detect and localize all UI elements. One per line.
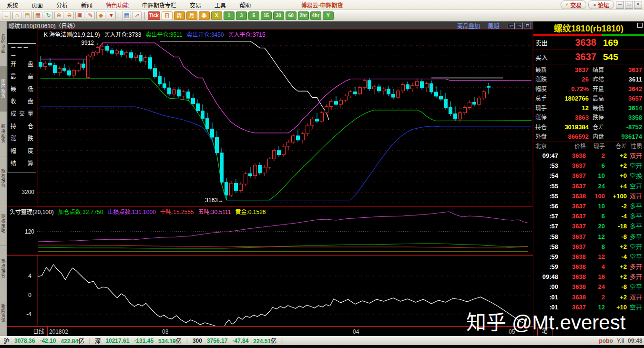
tick-row[interactable]: :58363712-8多平 (533, 232, 644, 242)
indicator-value: 十吨:15.2555 (160, 209, 194, 215)
menu-item-特色功能[interactable]: 特色功能 (99, 1, 135, 9)
trade-button[interactable]: ⚡交易 (561, 0, 587, 9)
stat-cell: 3863 (552, 113, 589, 123)
period-button-月[interactable]: 月 (186, 11, 197, 20)
alert-icon[interactable]: ◆ (96, 11, 105, 20)
menu-item-新闻[interactable]: 新闻 (74, 1, 99, 9)
tick-row[interactable]: :5836378+2空开 (533, 242, 644, 252)
menu-item-工具[interactable]: 工具 (208, 1, 233, 9)
tick-row[interactable]: :59363812-4空平 (533, 252, 644, 262)
snapshot-icon[interactable]: ▦ (33, 11, 42, 20)
stat-cell: 3614 (606, 103, 642, 113)
period-button-2hr[interactable]: 2hr (298, 11, 309, 20)
overlay-link[interactable]: 商品叠加 (457, 21, 480, 30)
side-tab-期权报价[interactable]: 期权报价 (0, 156, 7, 201)
side-tab-股指期货[interactable]: 股指期货 (0, 112, 7, 156)
stat-cell: 内盘 (589, 132, 606, 142)
period-button-1[interactable]: 1 (224, 11, 235, 20)
period-button-周[interactable]: 周 (174, 11, 185, 20)
overlay-icon[interactable]: ▣ (75, 11, 84, 20)
tick-row[interactable]: :5336376+2空开 (533, 161, 644, 171)
side-tab-热点排名[interactable]: 热点排名 (0, 246, 7, 291)
side-tab-国内期货[interactable]: 国内期货 (0, 66, 7, 111)
oscillator-chart[interactable]: 40-4 (7, 256, 533, 326)
menu-item-页面[interactable]: 页面 (25, 1, 50, 9)
side-tab-新闻资讯[interactable]: 新闻资讯 (0, 291, 7, 336)
stat-cell: 最高 (589, 94, 606, 103)
menu-item-交易[interactable]: 交易 (183, 1, 208, 9)
period-button-4hr[interactable]: 4hr (310, 11, 321, 20)
next-icon[interactable]: ⇨ (516, 23, 523, 29)
candlestick-chart[interactable]: 3912→3163→33003200 (7, 29, 533, 206)
x-tick: 201802 (49, 328, 68, 335)
stat-cell: 持仓 (535, 123, 552, 132)
tick-row[interactable]: :55363724+4空开 (533, 181, 644, 191)
tick-row[interactable]: :5736376-4多平 (533, 211, 644, 221)
period-button-X[interactable]: X (211, 11, 222, 20)
period-button-Y[interactable]: Y (323, 11, 334, 20)
period-button-15[interactable]: 15 (261, 11, 272, 20)
info-row-成交量: 成交量 (10, 107, 33, 119)
stat-cell: 涨停 (535, 113, 552, 123)
bid-row[interactable]: 买入 3637 545 (533, 50, 644, 64)
refresh-icon[interactable]: ↻ (44, 11, 53, 20)
side-tab-我的页面[interactable]: 我的页面 (0, 21, 7, 66)
period-button-季[interactable]: 季 (199, 11, 210, 20)
tick-row[interactable]: 09:4736382+2双开 (533, 151, 644, 161)
period-button-日[interactable]: 日 (162, 11, 173, 20)
period-button-Tick[interactable]: Tick (148, 11, 160, 20)
tick-row[interactable]: :54363710+0空换 (533, 171, 644, 181)
info-row-持仓: 持仓 (10, 119, 33, 132)
period-link[interactable]: 周期 (488, 21, 499, 30)
watermark: 知乎 @Mt.everest (466, 306, 625, 335)
period-button-5[interactable]: 5 (248, 11, 259, 20)
filter-icon[interactable]: ▼ (107, 11, 116, 20)
tick-row[interactable]: :0136382+2双开 (533, 292, 644, 302)
position-indicator-pane[interactable]: 头寸整理(20,100)加仓点数:32.7750止损点数:131.1000十吨:… (7, 207, 533, 255)
minimize-icon[interactable]: — (616, 1, 624, 9)
period-button-30[interactable]: 30 (273, 11, 284, 20)
tick-row[interactable]: :56363710-2多平 (533, 201, 644, 211)
split-icon[interactable]: ⊟ (524, 23, 531, 29)
home-icon[interactable]: ⌂ (12, 11, 21, 20)
stat-cell: 0.72% (552, 84, 589, 94)
indicator-value: 卖出开仓:3450 (187, 31, 224, 38)
indicator-value: 买入开仓:3733 (104, 31, 141, 38)
period-button-60[interactable]: 60 (286, 11, 296, 20)
menu-item-分析[interactable]: 分析 (50, 1, 74, 9)
prev-icon[interactable]: ⇦ (508, 23, 515, 29)
tick-table[interactable]: 09:4736382+2双开:5336376+2空开:54363710+0空换:… (533, 151, 644, 312)
window-controls: —□✕ (616, 1, 642, 9)
app-window: 系统页面分析新闻特色功能中辉期货专栏交易工具帮助 博易云-中辉期货 ⚡交易 ●论… (0, 0, 644, 348)
svg-text:4: 4 (28, 273, 31, 279)
tick-row[interactable]: 09:48363816+2多开 (533, 272, 644, 282)
menu-items: 系统页面分析新闻特色功能中辉期货专栏交易工具帮助 (0, 1, 257, 9)
ask-row[interactable]: 卖出 3638 169 (533, 36, 644, 50)
menu-item-中辉期货专栏[interactable]: 中辉期货专栏 (135, 1, 183, 9)
notebook-icon[interactable]: ▤ (23, 11, 32, 20)
back-icon[interactable]: ← (2, 11, 11, 20)
oscillator-pane[interactable]: 40-4 (7, 255, 533, 327)
tick-row[interactable]: :00363824-8空平 (533, 282, 644, 292)
zoom-out-icon[interactable]: ⊖ (65, 11, 74, 20)
zoom-in-icon[interactable]: ⊕ (54, 11, 63, 20)
svg-text:3163→: 3163→ (205, 197, 224, 204)
menu-item-系统[interactable]: 系统 (0, 1, 25, 9)
report-icon[interactable]: ▦ (122, 11, 131, 20)
maximize-icon[interactable]: □ (625, 1, 633, 9)
side-tab-期权策略[interactable]: 期权策略 (0, 201, 7, 246)
tick-row[interactable]: :57363720-18多平 (533, 221, 644, 231)
period-button-3[interactable]: 3 (236, 11, 247, 20)
draw-icon[interactable]: ✎ (86, 11, 95, 20)
period-mode-label[interactable]: 日线 (7, 327, 48, 337)
trend-icon[interactable]: ↗ (133, 11, 142, 20)
main-price-pane[interactable]: K 海龟法则(21,9,21,9)买入开仓:3733卖出平仓:3511卖出开仓:… (7, 29, 533, 207)
close-icon[interactable]: ✕ (634, 1, 642, 9)
menu-item-帮助[interactable]: 帮助 (233, 1, 257, 9)
stat-cell: 1802766 (552, 94, 589, 103)
forum-button[interactable]: ●论坛 (588, 0, 614, 9)
tick-row[interactable]: :5936384+2多开 (533, 262, 644, 272)
info-row-结算: 结算 (10, 156, 33, 169)
tick-row[interactable]: :553638100+100双开 (533, 191, 644, 201)
panel-minimize-icon[interactable] (637, 23, 643, 28)
